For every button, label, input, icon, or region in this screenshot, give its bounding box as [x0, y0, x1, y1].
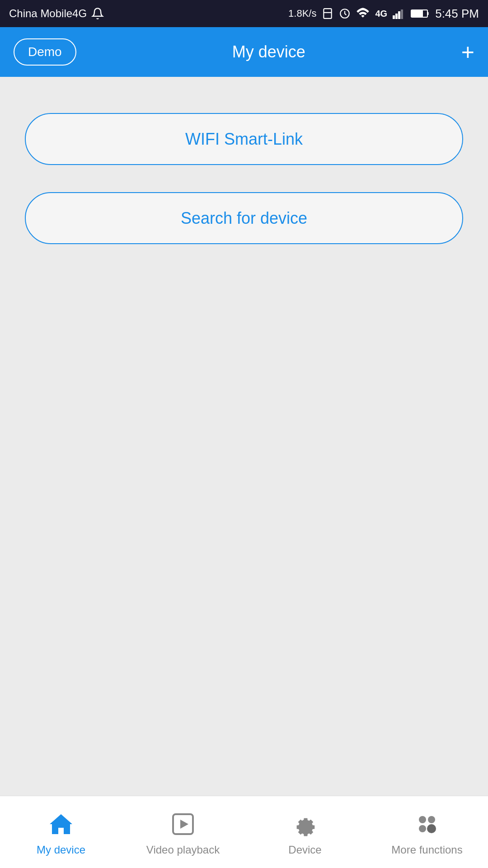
more-functions-icon: [411, 808, 443, 840]
wifi-smart-link-button[interactable]: WIFI Smart-Link: [25, 113, 463, 165]
carrier-text: China Mobile4G: [9, 7, 87, 20]
status-left: China Mobile4G: [9, 7, 104, 20]
network-speed: 1.8K/s: [288, 8, 316, 19]
notification-icon: [91, 7, 104, 20]
wifi-icon: [356, 8, 370, 19]
bottom-nav: My device Video playback Device: [0, 796, 488, 868]
play-icon: [167, 808, 199, 840]
add-device-button[interactable]: +: [461, 41, 474, 63]
svg-marker-11: [180, 820, 188, 829]
alarm-icon: [339, 8, 351, 19]
svg-rect-3: [393, 15, 395, 19]
network-type: 4G: [375, 9, 387, 19]
svg-point-13: [428, 816, 435, 823]
nav-item-more-functions[interactable]: More functions: [366, 808, 488, 856]
svg-rect-8: [412, 10, 422, 17]
svg-point-15: [427, 824, 436, 833]
sim-icon: [322, 8, 333, 19]
status-right: 1.8K/s 4G 5:45: [288, 7, 479, 21]
home-icon: [45, 808, 77, 840]
status-bar: China Mobile4G 1.8K/s 4G: [0, 0, 488, 27]
nav-item-video-playback[interactable]: Video playback: [122, 808, 244, 856]
svg-point-12: [419, 816, 426, 823]
search-device-button[interactable]: Search for device: [25, 192, 463, 244]
nav-label-my-device: My device: [37, 844, 85, 856]
battery-icon: [411, 9, 430, 19]
svg-point-14: [419, 825, 426, 832]
svg-rect-5: [398, 11, 400, 19]
nav-item-my-device[interactable]: My device: [0, 808, 122, 856]
svg-rect-0: [324, 9, 332, 19]
nav-label-device: Device: [288, 844, 321, 856]
nav-label-more-functions: More functions: [391, 844, 462, 856]
main-content: WIFI Smart-Link Search for device: [0, 77, 488, 796]
svg-rect-4: [395, 14, 398, 19]
time-display: 5:45 PM: [435, 7, 479, 21]
header: Demo My device +: [0, 27, 488, 77]
header-title: My device: [232, 42, 305, 61]
svg-rect-6: [401, 9, 403, 19]
gear-icon: [289, 808, 321, 840]
nav-item-device[interactable]: Device: [244, 808, 366, 856]
nav-label-video-playback: Video playback: [146, 844, 220, 856]
signal-icon: [393, 8, 405, 19]
demo-button[interactable]: Demo: [14, 38, 76, 66]
